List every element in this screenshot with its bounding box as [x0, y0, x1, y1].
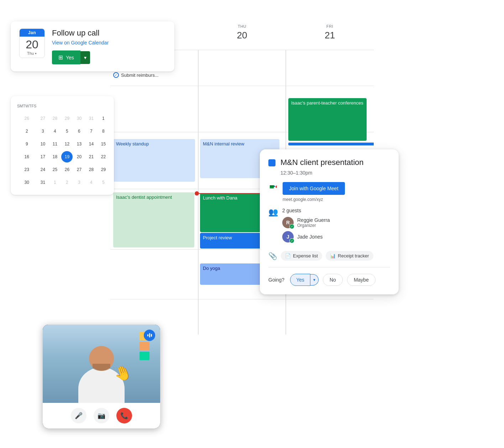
mini-cal-cell-3-5[interactable]: 21: [85, 151, 97, 163]
sticky-orange: [140, 342, 149, 350]
audio-bars: [147, 333, 152, 337]
mini-cal-cell-4-5[interactable]: 28: [85, 164, 97, 176]
mini-cal-cell-1-0[interactable]: 2: [17, 125, 36, 137]
day-T2: T: [29, 102, 32, 110]
isaac-dentist-label: Isaac's dentist appointment: [116, 194, 172, 200]
mini-cal-cell-5-2[interactable]: 1: [49, 176, 61, 188]
mini-cal-cell-5-3[interactable]: 2: [61, 176, 73, 188]
going-label: Going?: [268, 277, 284, 283]
submit-task-chip[interactable]: ✓ Submit reimburs...: [113, 72, 158, 78]
mini-cal-cell-0-1[interactable]: 27: [37, 112, 48, 124]
mini-cal-cell-4-3[interactable]: 26: [61, 164, 73, 176]
mini-cal-cell-1-4[interactable]: 6: [73, 125, 85, 137]
mini-cal-cell-4-6[interactable]: 29: [98, 164, 109, 176]
mini-cal-cell-4-1[interactable]: 24: [37, 164, 48, 176]
mini-cal-cell-5-1[interactable]: 31: [37, 176, 48, 188]
audio-bar-2: [149, 333, 150, 337]
yes-button[interactable]: ⊞ Yes: [52, 50, 80, 64]
mini-cal-cell-0-0[interactable]: 26: [17, 112, 36, 124]
sticky-green: [140, 352, 149, 360]
fri-label: FRI: [286, 24, 374, 28]
task-check-icon: ✓: [113, 72, 119, 78]
thu-label: THU: [198, 24, 286, 28]
mini-cal-cell-1-5[interactable]: 7: [85, 125, 97, 137]
google-meet-logo: [268, 182, 278, 192]
hdiv-1: [110, 86, 374, 86]
mini-cal-table: S M T W T F S 26272829303112345678910111…: [16, 102, 110, 189]
view-calendar-link[interactable]: View on Google Calendar: [52, 40, 109, 46]
isaac-dentist-event[interactable]: Isaac's dentist appointment: [113, 192, 194, 247]
mini-cal-week-1: 2345678: [17, 125, 109, 137]
mini-cal-cell-2-5[interactable]: 14: [85, 138, 97, 150]
mini-cal-cell-3-6[interactable]: 22: [98, 151, 109, 163]
day-M: M: [20, 102, 23, 110]
going-maybe-button[interactable]: Maybe: [347, 274, 376, 286]
weekly-standup-label: Weekly standup: [116, 141, 149, 146]
mini-cal-cell-5-0[interactable]: 30: [17, 176, 36, 188]
mini-cal-cell-0-6[interactable]: 1: [98, 112, 109, 124]
mini-cal-cell-2-0[interactable]: 9: [17, 138, 36, 150]
video-frame: 🤚: [43, 325, 160, 403]
mute-button[interactable]: 🎤: [71, 408, 86, 423]
parent-teacher-event[interactable]: Isaac's parent-teacher conferences: [288, 98, 367, 141]
guest-list: 2 guests R ✓ Reggie Guerra Organizer J ✓: [282, 208, 390, 245]
reggie-avatar: R ✓: [282, 217, 294, 228]
meet-link[interactable]: meet.google.com/xyz: [283, 197, 345, 202]
end-icon: 📞: [120, 412, 128, 420]
mini-cal-cell-0-2[interactable]: 28: [49, 112, 61, 124]
mini-cal-cell-4-4[interactable]: 27: [73, 164, 85, 176]
yes-dropdown-button[interactable]: ▾: [80, 51, 90, 64]
mini-cal-cell-4-0[interactable]: 23: [17, 164, 36, 176]
reggie-info: Reggie Guerra Organizer: [297, 217, 330, 228]
end-call-button[interactable]: 📞: [116, 408, 132, 423]
mini-cal-cell-4-2[interactable]: 25: [49, 164, 61, 176]
expense-list-chip[interactable]: 📄 Expense list: [281, 251, 322, 261]
mini-cal-cell-0-3[interactable]: 29: [61, 112, 73, 124]
weekly-standup-event[interactable]: Weekly standup: [113, 139, 195, 182]
going-section: Going? Yes ▾ No Maybe: [268, 274, 390, 286]
receipt-tracker-chip[interactable]: 📊 Receipt tracker: [326, 251, 373, 261]
mini-cal-cell-1-3[interactable]: 5: [61, 125, 73, 137]
lunch-dana-label: Lunch with Dana: [203, 195, 237, 201]
mini-cal-cell-3-3[interactable]: 19: [61, 151, 73, 163]
mini-cal-cell-5-6[interactable]: 5: [98, 176, 109, 188]
doc-icon: 📄: [285, 253, 291, 258]
mini-cal-cell-0-4[interactable]: 30: [73, 112, 85, 124]
mini-cal-week-5: 303112345: [17, 176, 109, 188]
going-yes-button[interactable]: Yes: [290, 274, 310, 286]
expense-list-label: Expense list: [293, 253, 318, 258]
mini-cal-cell-1-6[interactable]: 8: [98, 125, 109, 137]
join-meet-button[interactable]: Join with Google Meet: [283, 182, 345, 195]
followup-title: Follow up call: [52, 28, 109, 38]
attachments-section: 📎 📄 Expense list 📊 Receipt tracker: [268, 251, 390, 267]
going-no-button[interactable]: No: [323, 274, 343, 286]
hdiv-5: [110, 299, 374, 299]
attachment-icon: 📎: [268, 252, 277, 260]
mini-cal-cell-2-3[interactable]: 12: [61, 138, 73, 150]
mini-cal-cell-2-6[interactable]: 15: [98, 138, 109, 150]
mini-cal-cell-5-4[interactable]: 3: [73, 176, 85, 188]
cal-day-fri[interactable]: FRI 21: [286, 21, 374, 50]
mini-cal-cell-0-5[interactable]: 31: [85, 112, 97, 124]
cal-weekday: Thu: [20, 51, 44, 58]
event-title: M&N client presentation: [280, 158, 364, 167]
mini-cal-cell-2-4[interactable]: 13: [73, 138, 85, 150]
mini-cal-cell-5-5[interactable]: 4: [85, 176, 97, 188]
mini-cal-cell-2-2[interactable]: 11: [49, 138, 61, 150]
guests-icon: 👥: [268, 208, 278, 217]
going-yes-dropdown[interactable]: ▾: [310, 274, 319, 286]
mini-cal-cell-2-1[interactable]: 10: [37, 138, 48, 150]
day-S2: S: [34, 102, 36, 110]
mini-cal-cell-3-4[interactable]: 20: [73, 151, 85, 163]
camera-button[interactable]: 📷: [94, 408, 109, 423]
mini-cal-week-0: 2627282930311: [17, 112, 109, 124]
guest-item-jade: J ✓ Jade Jones: [282, 231, 390, 242]
mini-cal-cell-3-2[interactable]: 18: [49, 151, 61, 163]
person-head: [89, 346, 114, 371]
mini-cal-cell-3-0[interactable]: 16: [17, 151, 36, 163]
cal-day-thu[interactable]: THU 20: [198, 21, 286, 50]
mini-cal-cell-1-1[interactable]: 3: [37, 125, 48, 137]
cal-day-num: 20: [20, 37, 44, 51]
mini-cal-cell-1-2[interactable]: 4: [49, 125, 61, 137]
mini-cal-cell-3-1[interactable]: 17: [37, 151, 48, 163]
